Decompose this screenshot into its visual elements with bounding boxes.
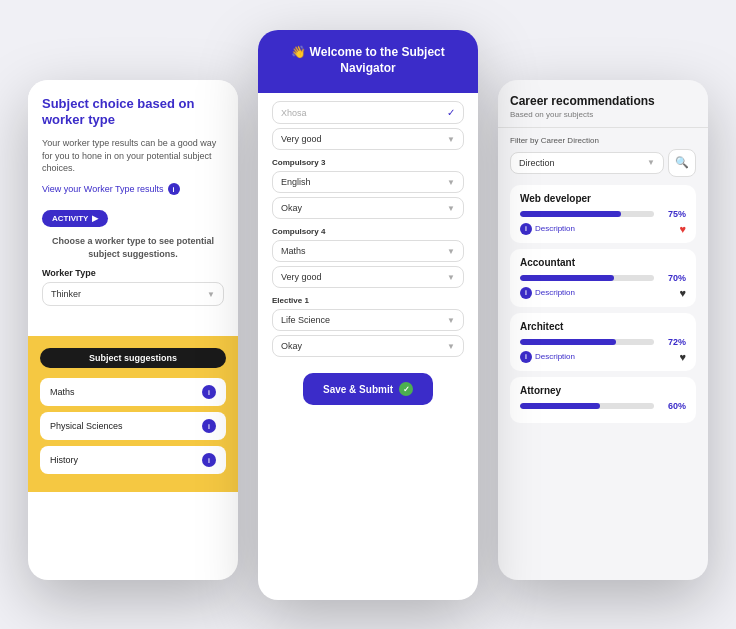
career-architect-name: Architect — [520, 321, 686, 332]
compulsory3-subject-value: English — [281, 177, 311, 187]
subject-row-compulsory4: Compulsory 4 Maths ▼ Very good ▼ — [272, 227, 464, 288]
compulsory3-level-value: Okay — [281, 203, 302, 213]
career-architect-desc-row: i Description ♥ — [520, 351, 686, 363]
right-card-header: Career recommendations Based on your sub… — [498, 80, 708, 128]
career-web-developer-desc-link[interactable]: i Description — [520, 223, 575, 235]
subject-row-xhosa: Xhosa ✓ Very good ▼ — [272, 101, 464, 150]
worker-type-label: Worker Type — [42, 268, 224, 278]
suggestion-item-physical-sciences[interactable]: Physical Sciences i — [40, 412, 226, 440]
suggestion-history-label: History — [50, 455, 78, 465]
heart-icon-accountant[interactable]: ♥ — [679, 287, 686, 299]
subject-suggestions-section: Subject suggestions Maths i Physical Sci… — [28, 336, 238, 492]
career-accountant-pct: 70% — [660, 273, 686, 283]
suggestion-item-history[interactable]: History i — [40, 446, 226, 474]
info-icon-web: i — [520, 223, 532, 235]
career-architect-bar-fill — [520, 339, 616, 345]
xhosa-check-icon: ✓ — [447, 107, 455, 118]
suggestion-maths-label: Maths — [50, 387, 75, 397]
center-card: 👋 Welcome to the Subject Navigator Xhosa… — [258, 30, 478, 600]
xhosa-select[interactable]: Xhosa ✓ — [272, 101, 464, 124]
right-card: Career recommendations Based on your sub… — [498, 80, 708, 580]
compulsory4-subject-select[interactable]: Maths ▼ — [272, 240, 464, 262]
suggestion-physical-sciences-label: Physical Sciences — [50, 421, 123, 431]
suggestion-item-maths[interactable]: Maths i — [40, 378, 226, 406]
tooltip-arrow — [123, 316, 143, 328]
direction-placeholder: Direction — [519, 158, 555, 168]
subject-row-elective1: Elective 1 Life Science ▼ Okay ▼ — [272, 296, 464, 357]
save-btn-container: Save & Submit ✓ — [272, 365, 464, 405]
career-web-developer-bar-bg — [520, 211, 654, 217]
career-item-web-developer: Web developer 75% i Description ♥ — [510, 185, 696, 243]
save-label: Save & Submit — [323, 384, 393, 395]
chevron-down-c3s: ▼ — [447, 178, 455, 187]
career-accountant-bar-fill — [520, 275, 614, 281]
worker-type-link-text: View your Worker Type results — [42, 184, 164, 194]
desc-label-accountant: Description — [535, 288, 575, 297]
compulsory4-label: Compulsory 4 — [272, 227, 464, 236]
center-body: Xhosa ✓ Very good ▼ Compulsory 3 English… — [258, 93, 478, 413]
chevron-down-c4l: ▼ — [447, 273, 455, 282]
career-item-attorney: Attorney 60% — [510, 377, 696, 423]
career-accountant-desc-link[interactable]: i Description — [520, 287, 575, 299]
left-card: Subject choice based on worker type Your… — [28, 80, 238, 580]
filter-row: Direction ▼ 🔍 — [510, 149, 696, 177]
elective1-subject-select[interactable]: Life Science ▼ — [272, 309, 464, 331]
xhosa-level-select[interactable]: Very good ▼ — [272, 128, 464, 150]
chevron-down-c3l: ▼ — [447, 204, 455, 213]
compulsory3-label: Compulsory 3 — [272, 158, 464, 167]
compulsory4-level-value: Very good — [281, 272, 322, 282]
desc-label-architect: Description — [535, 352, 575, 361]
career-rec-title: Career recommendations — [510, 94, 696, 108]
xhosa-level-value: Very good — [281, 134, 322, 144]
career-web-developer-bar-row: 75% — [520, 209, 686, 219]
worker-type-link[interactable]: View your Worker Type results i — [42, 183, 224, 195]
compulsory4-level-select[interactable]: Very good ▼ — [272, 266, 464, 288]
search-icon: 🔍 — [675, 156, 689, 169]
left-card-header: Subject choice based on worker type Your… — [28, 80, 238, 317]
left-card-description: Your worker type results can be a good w… — [42, 137, 224, 175]
chevron-down-e1s: ▼ — [447, 316, 455, 325]
info-icon-architect: i — [520, 351, 532, 363]
subject-suggestions-title: Subject suggestions — [40, 348, 226, 368]
elective1-level-select[interactable]: Okay ▼ — [272, 335, 464, 357]
activity-badge: ACTIVITY ▶ — [42, 210, 108, 227]
career-accountant-bar-row: 70% — [520, 273, 686, 283]
search-button[interactable]: 🔍 — [668, 149, 696, 177]
info-icon-accountant: i — [520, 287, 532, 299]
career-attorney-pct: 60% — [660, 401, 686, 411]
filter-section: Filter by Career Direction Direction ▼ 🔍 — [498, 128, 708, 185]
elective1-subject-value: Life Science — [281, 315, 330, 325]
career-rec-subtitle: Based on your subjects — [510, 110, 696, 119]
center-card-title: 👋 Welcome to the Subject Navigator — [274, 44, 462, 78]
career-architect-pct: 72% — [660, 337, 686, 347]
elective1-label: Elective 1 — [272, 296, 464, 305]
activity-prompt: Choose a worker type to see potential su… — [42, 235, 224, 260]
worker-type-value: Thinker — [51, 289, 81, 299]
career-accountant-desc-row: i Description ♥ — [520, 287, 686, 299]
compulsory3-subject-select[interactable]: English ▼ — [272, 171, 464, 193]
direction-select[interactable]: Direction ▼ — [510, 152, 664, 174]
heart-icon-architect[interactable]: ♥ — [679, 351, 686, 363]
elective1-level-value: Okay — [281, 341, 302, 351]
chevron-down-direction: ▼ — [647, 158, 655, 167]
career-architect-bar-bg — [520, 339, 654, 345]
scene: Subject choice based on worker type Your… — [18, 20, 718, 610]
info-icon-history: i — [202, 453, 216, 467]
career-web-developer-name: Web developer — [520, 193, 686, 204]
career-attorney-name: Attorney — [520, 385, 686, 396]
career-architect-desc-link[interactable]: i Description — [520, 351, 575, 363]
info-circle-icon: i — [168, 183, 180, 195]
xhosa-value: Xhosa — [281, 108, 307, 118]
play-icon: ▶ — [92, 214, 98, 223]
worker-type-select[interactable]: Thinker ▼ — [42, 282, 224, 306]
desc-label-web: Description — [535, 224, 575, 233]
heart-icon-web[interactable]: ♥ — [679, 223, 686, 235]
save-submit-button[interactable]: Save & Submit ✓ — [303, 373, 433, 405]
info-icon-maths: i — [202, 385, 216, 399]
compulsory3-level-select[interactable]: Okay ▼ — [272, 197, 464, 219]
activity-label: ACTIVITY — [52, 214, 88, 223]
career-web-developer-pct: 75% — [660, 209, 686, 219]
compulsory4-subject-value: Maths — [281, 246, 306, 256]
career-attorney-bar-row: 60% — [520, 401, 686, 411]
career-accountant-bar-bg — [520, 275, 654, 281]
